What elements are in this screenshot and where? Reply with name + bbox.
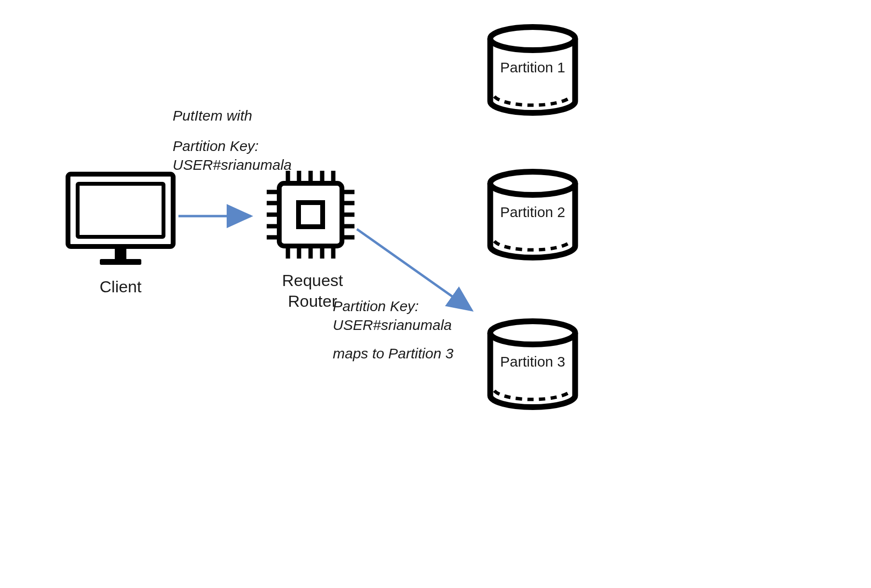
annotation-putitem-line1: PutItem with xyxy=(173,106,327,125)
annotation-putitem: PutItem with Partition Key: USER#srianum… xyxy=(173,106,327,174)
annotation-route-line2: USER#srianumala xyxy=(333,315,477,334)
annotation-route-line3: maps to Partition 3 xyxy=(333,344,477,363)
annotation-route: Partition Key: USER#srianumala maps to P… xyxy=(333,297,477,363)
diagram-canvas: Client xyxy=(0,0,871,588)
arrows-layer xyxy=(0,0,871,588)
annotation-putitem-line2: Partition Key: xyxy=(173,137,327,155)
annotation-route-line1: Partition Key: xyxy=(333,297,477,315)
annotation-putitem-line3: USER#srianumala xyxy=(173,155,327,174)
